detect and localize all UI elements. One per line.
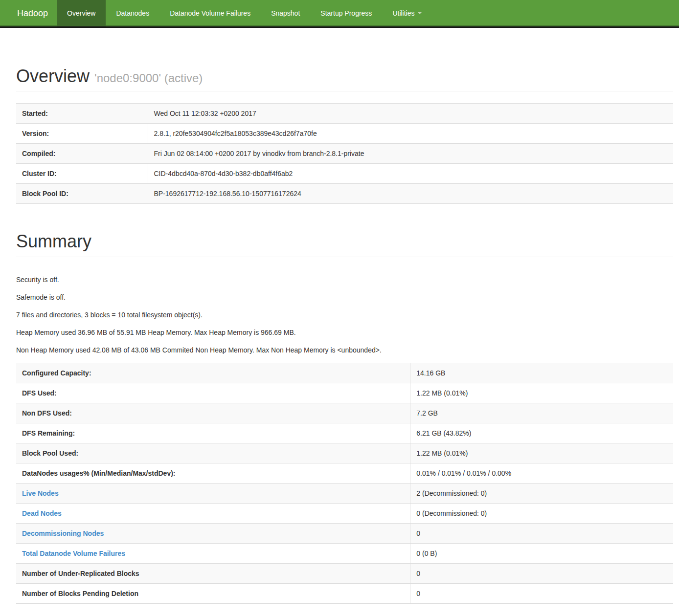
- row-value: 1.22 MB (0.01%): [410, 443, 673, 463]
- table-row: Total Datanode Volume Failures 0 (0 B): [16, 543, 673, 563]
- nav-item-label: Snapshot: [271, 9, 300, 17]
- summary-page-header: Summary: [16, 231, 673, 257]
- nav-item-snapshot[interactable]: Snapshot: [261, 0, 310, 26]
- row-value: 2 (Decommissioned: 0): [410, 483, 673, 503]
- row-value: 0 (Decommissioned: 0): [410, 503, 673, 523]
- row-label: Version:: [16, 124, 148, 144]
- table-row: DataNodes usages% (Min/Median/Max/stdDev…: [16, 463, 673, 483]
- row-value: 1.22 MB (0.01%): [410, 383, 673, 403]
- nav-item-label: Utilities: [392, 9, 414, 17]
- dead-nodes-link[interactable]: Dead Nodes: [22, 509, 62, 517]
- nav-item-datanodes[interactable]: Datanodes: [106, 0, 159, 26]
- summary-table: Configured Capacity: 14.16 GB DFS Used: …: [16, 363, 673, 604]
- row-value: 6.21 GB (43.82%): [410, 423, 673, 443]
- live-nodes-link[interactable]: Live Nodes: [22, 489, 59, 497]
- nav-item-datanode-volume-failures[interactable]: Datanode Volume Failures: [159, 0, 261, 26]
- table-row: Number of Under-Replicated Blocks 0: [16, 563, 673, 583]
- navbar: Hadoop Overview Datanodes Datanode Volum…: [0, 0, 679, 28]
- non-heap-memory-text: Non Heap Memory used 42.08 MB of 43.06 M…: [16, 345, 673, 355]
- heap-memory-text: Heap Memory used 36.96 MB of 55.91 MB He…: [16, 328, 673, 337]
- row-value: 7.2 GB: [410, 403, 673, 423]
- page-title: Overview 'node0:9000' (active): [16, 66, 673, 86]
- row-label: Non DFS Used:: [16, 403, 410, 423]
- row-value: 14.16 GB: [410, 363, 673, 383]
- row-label: Compiled:: [16, 144, 148, 164]
- row-value: Wed Oct 11 12:03:32 +0200 2017: [148, 104, 673, 124]
- page-content: Overview 'node0:9000' (active) Started: …: [16, 66, 673, 604]
- row-value: CID-4dbcd40a-870d-4d30-b382-db0aff4f6ab2: [148, 164, 673, 184]
- row-label: Configured Capacity:: [16, 363, 410, 383]
- nav-item-label: Startup Progress: [320, 9, 372, 17]
- nav-item-startup-progress[interactable]: Startup Progress: [310, 0, 382, 26]
- brand-link[interactable]: Hadoop: [0, 0, 57, 26]
- nav-item-utilities-dropdown[interactable]: Utilities: [382, 0, 431, 26]
- row-label: Cluster ID:: [16, 164, 148, 184]
- decommissioning-nodes-link[interactable]: Decommissioning Nodes: [22, 529, 104, 537]
- row-value: 0: [410, 563, 673, 583]
- table-row: Block Pool Used: 1.22 MB (0.01%): [16, 443, 673, 463]
- row-value: 2.8.1, r20fe5304904fc2f5a18053c389e43cd2…: [148, 124, 673, 144]
- row-label: DFS Used:: [16, 383, 410, 403]
- row-value: 0 (0 B): [410, 543, 673, 563]
- nav-menu: Overview Datanodes Datanode Volume Failu…: [57, 0, 431, 26]
- row-value: BP-1692617712-192.168.56.10-150771617262…: [148, 184, 673, 204]
- nav-item-overview[interactable]: Overview: [57, 0, 106, 26]
- row-label: DFS Remaining:: [16, 423, 410, 443]
- page-subtitle: 'node0:9000' (active): [94, 71, 203, 85]
- row-value: 0: [410, 583, 673, 603]
- overview-info-table: Started: Wed Oct 11 12:03:32 +0200 2017 …: [16, 103, 673, 204]
- nav-item-label: Datanodes: [116, 9, 149, 17]
- table-row: Decommissioning Nodes 0: [16, 523, 673, 543]
- nav-item-label: Overview: [67, 9, 95, 17]
- row-label: Block Pool Used:: [16, 443, 410, 463]
- row-label: Number of Under-Replicated Blocks: [16, 563, 410, 583]
- row-label: Started:: [16, 104, 148, 124]
- safemode-status-text: Safemode is off.: [16, 292, 673, 302]
- total-datanode-volume-failures-link[interactable]: Total Datanode Volume Failures: [22, 550, 125, 557]
- table-row: Block Pool ID: BP-1692617712-192.168.56.…: [16, 184, 673, 204]
- row-value: 0.01% / 0.01% / 0.01% / 0.00%: [410, 463, 673, 483]
- row-label: Number of Blocks Pending Deletion: [16, 583, 410, 603]
- row-label: Block Pool ID:: [16, 184, 148, 204]
- filesystem-objects-text: 7 files and directories, 3 blocks = 10 t…: [16, 310, 673, 320]
- security-status-text: Security is off.: [16, 275, 673, 285]
- nav-item-label: Datanode Volume Failures: [170, 9, 250, 17]
- table-row: Started: Wed Oct 11 12:03:32 +0200 2017: [16, 104, 673, 124]
- summary-title: Summary: [16, 231, 673, 251]
- table-row: Number of Blocks Pending Deletion 0: [16, 583, 673, 603]
- page-title-text: Overview: [16, 66, 90, 86]
- row-value: 0: [410, 523, 673, 543]
- table-row: Live Nodes 2 (Decommissioned: 0): [16, 483, 673, 503]
- table-row: Version: 2.8.1, r20fe5304904fc2f5a18053c…: [16, 124, 673, 144]
- table-row: Dead Nodes 0 (Decommissioned: 0): [16, 503, 673, 523]
- row-label: DataNodes usages% (Min/Median/Max/stdDev…: [16, 463, 410, 483]
- table-row: Configured Capacity: 14.16 GB: [16, 363, 673, 383]
- chevron-down-icon: [418, 12, 422, 14]
- overview-page-header: Overview 'node0:9000' (active): [16, 66, 673, 91]
- table-row: Non DFS Used: 7.2 GB: [16, 403, 673, 423]
- table-row: Cluster ID: CID-4dbcd40a-870d-4d30-b382-…: [16, 164, 673, 184]
- table-row: DFS Remaining: 6.21 GB (43.82%): [16, 423, 673, 443]
- row-value: Fri Jun 02 08:14:00 +0200 2017 by vinodk…: [148, 144, 673, 164]
- table-row: DFS Used: 1.22 MB (0.01%): [16, 383, 673, 403]
- table-row: Compiled: Fri Jun 02 08:14:00 +0200 2017…: [16, 144, 673, 164]
